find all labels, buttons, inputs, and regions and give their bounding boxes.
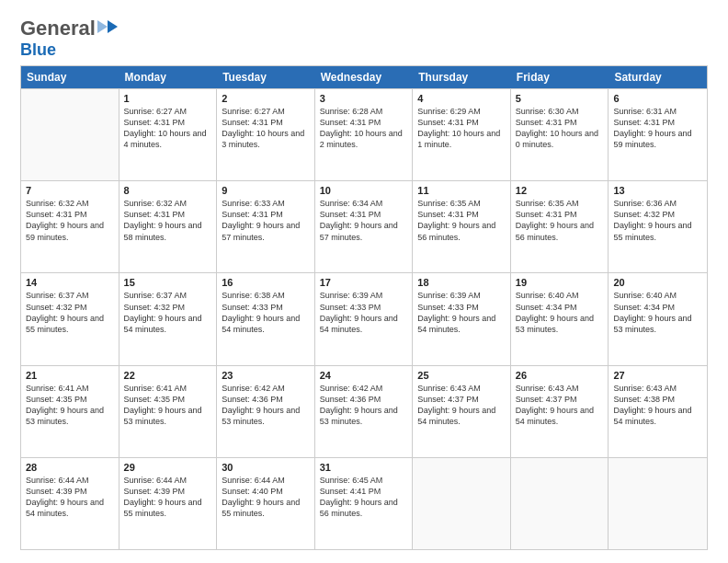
cell-info-line: Sunset: 4:34 PM: [613, 302, 702, 313]
cell-info-line: Sunrise: 6:39 AM: [417, 290, 506, 301]
cell-info-line: Daylight: 9 hours and 56 minutes.: [516, 220, 604, 242]
calendar-cell: 3Sunrise: 6:28 AMSunset: 4:31 PMDaylight…: [315, 89, 414, 180]
cell-info-line: Sunset: 4:32 PM: [124, 302, 212, 313]
cell-info-line: Sunset: 4:31 PM: [222, 209, 310, 220]
cell-info-line: Daylight: 10 hours and 1 minute.: [417, 128, 506, 150]
cell-info-line: Sunrise: 6:43 AM: [516, 383, 604, 394]
cell-info-line: Sunrise: 6:40 AM: [613, 290, 702, 301]
day-number: 16: [222, 277, 310, 288]
cell-info-line: Sunset: 4:35 PM: [124, 394, 212, 405]
cell-info-line: Sunset: 4:33 PM: [222, 302, 310, 313]
day-number: 6: [613, 93, 702, 104]
cell-info-line: Daylight: 10 hours and 3 minutes.: [222, 128, 310, 150]
cell-info-line: Daylight: 9 hours and 57 minutes.: [222, 220, 310, 242]
weekday-header-monday: Monday: [119, 66, 218, 88]
calendar-header: SundayMondayTuesdayWednesdayThursdayFrid…: [21, 66, 707, 88]
cell-info-line: Daylight: 9 hours and 55 minutes.: [222, 497, 310, 519]
calendar-cell: 31Sunrise: 6:45 AMSunset: 4:41 PMDayligh…: [315, 458, 414, 549]
cell-info-line: Daylight: 9 hours and 54 minutes.: [417, 313, 506, 335]
weekday-header-wednesday: Wednesday: [315, 66, 414, 88]
cell-info-line: Sunset: 4:31 PM: [516, 117, 604, 128]
logo-flag-icon: [97, 19, 118, 34]
cell-info-line: Sunrise: 6:44 AM: [26, 475, 114, 486]
cell-info-line: Daylight: 9 hours and 54 minutes.: [124, 313, 212, 335]
cell-info-line: Sunrise: 6:32 AM: [26, 198, 114, 209]
day-number: 9: [222, 185, 310, 196]
cell-info-line: Daylight: 9 hours and 53 minutes.: [613, 313, 702, 335]
calendar-cell: 27Sunrise: 6:43 AMSunset: 4:38 PMDayligh…: [609, 366, 707, 457]
cell-info-line: Sunset: 4:31 PM: [417, 209, 506, 220]
cell-info-line: Daylight: 9 hours and 53 minutes.: [26, 405, 114, 427]
cell-info-line: Sunrise: 6:32 AM: [124, 198, 212, 209]
calendar-cell: 1Sunrise: 6:27 AMSunset: 4:31 PMDaylight…: [119, 89, 218, 180]
day-number: 26: [516, 370, 604, 381]
calendar-cell: 25Sunrise: 6:43 AMSunset: 4:37 PMDayligh…: [413, 366, 511, 457]
cell-info-line: Sunrise: 6:34 AM: [320, 198, 408, 209]
cell-info-line: Sunset: 4:32 PM: [613, 209, 702, 220]
logo-blue-text: Blue: [20, 40, 56, 59]
cell-info-line: Sunset: 4:31 PM: [417, 117, 506, 128]
calendar-cell: 23Sunrise: 6:42 AMSunset: 4:36 PMDayligh…: [217, 366, 315, 457]
cell-info-line: Daylight: 10 hours and 0 minutes.: [516, 128, 604, 150]
calendar-cell: 29Sunrise: 6:44 AMSunset: 4:39 PMDayligh…: [119, 458, 218, 549]
cell-info-line: Daylight: 9 hours and 53 minutes.: [222, 405, 310, 427]
cell-info-line: Sunset: 4:31 PM: [26, 209, 114, 220]
cell-info-line: Sunset: 4:37 PM: [516, 394, 604, 405]
cell-info-line: Sunset: 4:38 PM: [613, 394, 702, 405]
calendar-cell: 30Sunrise: 6:44 AMSunset: 4:40 PMDayligh…: [217, 458, 315, 549]
cell-info-line: Sunset: 4:31 PM: [320, 209, 408, 220]
calendar: SundayMondayTuesdayWednesdayThursdayFrid…: [20, 65, 708, 550]
cell-info-line: Daylight: 9 hours and 59 minutes.: [26, 220, 114, 242]
calendar-cell: [413, 458, 511, 549]
cell-info-line: Sunset: 4:31 PM: [124, 209, 212, 220]
cell-info-line: Sunset: 4:36 PM: [320, 394, 408, 405]
header: General Blue: [20, 17, 708, 60]
cell-info-line: Sunset: 4:31 PM: [222, 117, 310, 128]
cell-info-line: Daylight: 9 hours and 53 minutes.: [320, 405, 408, 427]
calendar-body: 1Sunrise: 6:27 AMSunset: 4:31 PMDaylight…: [21, 88, 707, 549]
cell-info-line: Sunrise: 6:40 AM: [516, 290, 604, 301]
cell-info-line: Sunrise: 6:29 AM: [417, 106, 506, 117]
cell-info-line: Daylight: 9 hours and 54 minutes.: [417, 405, 506, 427]
cell-info-line: Sunset: 4:34 PM: [516, 302, 604, 313]
cell-info-line: Daylight: 9 hours and 55 minutes.: [613, 220, 702, 242]
cell-info-line: Daylight: 9 hours and 57 minutes.: [320, 220, 408, 242]
calendar-cell: 18Sunrise: 6:39 AMSunset: 4:33 PMDayligh…: [413, 273, 511, 364]
calendar-cell: 21Sunrise: 6:41 AMSunset: 4:35 PMDayligh…: [21, 366, 119, 457]
page: General Blue SundayMondayTuesdayWednesda…: [0, 0, 728, 563]
cell-info-line: Sunrise: 6:44 AM: [124, 475, 212, 486]
day-number: 18: [417, 277, 506, 288]
cell-info-line: Sunset: 4:39 PM: [124, 486, 212, 497]
calendar-cell: [21, 89, 119, 180]
cell-info-line: Sunrise: 6:36 AM: [613, 198, 702, 209]
calendar-cell: 17Sunrise: 6:39 AMSunset: 4:33 PMDayligh…: [315, 273, 414, 364]
calendar-cell: 6Sunrise: 6:31 AMSunset: 4:31 PMDaylight…: [609, 89, 707, 180]
day-number: 29: [124, 462, 212, 473]
cell-info-line: Sunrise: 6:42 AM: [222, 383, 310, 394]
weekday-header-friday: Friday: [511, 66, 609, 88]
calendar-cell: 16Sunrise: 6:38 AMSunset: 4:33 PMDayligh…: [217, 273, 315, 364]
calendar-cell: 10Sunrise: 6:34 AMSunset: 4:31 PMDayligh…: [315, 181, 414, 272]
day-number: 22: [124, 370, 212, 381]
cell-info-line: Sunset: 4:32 PM: [26, 302, 114, 313]
cell-info-line: Sunset: 4:31 PM: [516, 209, 604, 220]
cell-info-line: Sunrise: 6:33 AM: [222, 198, 310, 209]
day-number: 19: [516, 277, 604, 288]
cell-info-line: Sunset: 4:31 PM: [613, 117, 702, 128]
cell-info-line: Daylight: 9 hours and 54 minutes.: [613, 405, 702, 427]
cell-info-line: Sunrise: 6:35 AM: [516, 198, 604, 209]
cell-info-line: Sunset: 4:36 PM: [222, 394, 310, 405]
cell-info-line: Daylight: 10 hours and 2 minutes.: [320, 128, 408, 150]
day-number: 8: [124, 185, 212, 196]
cell-info-line: Daylight: 9 hours and 53 minutes.: [516, 313, 604, 335]
cell-info-line: Sunrise: 6:44 AM: [222, 475, 310, 486]
cell-info-line: Sunrise: 6:27 AM: [222, 106, 310, 117]
calendar-cell: 2Sunrise: 6:27 AMSunset: 4:31 PMDaylight…: [217, 89, 315, 180]
calendar-cell: 12Sunrise: 6:35 AMSunset: 4:31 PMDayligh…: [511, 181, 609, 272]
day-number: 17: [320, 277, 408, 288]
day-number: 4: [417, 93, 506, 104]
day-number: 21: [26, 370, 114, 381]
cell-info-line: Sunset: 4:33 PM: [417, 302, 506, 313]
cell-info-line: Sunrise: 6:27 AM: [124, 106, 212, 117]
cell-info-line: Sunrise: 6:31 AM: [613, 106, 702, 117]
